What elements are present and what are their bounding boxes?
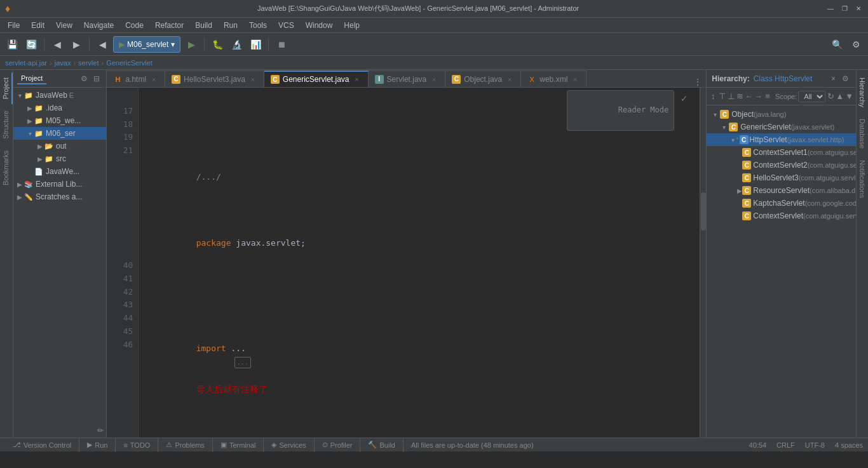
status-tab-vcs[interactable]: ⎇ Version Control bbox=[5, 438, 79, 452]
htree-genericservlet[interactable]: ▾ C GenericServlet (javax.servlet) bbox=[707, 121, 856, 133]
htree-httpservlet[interactable]: ▾ * C HttpServlet (javax.servlet.http) bbox=[707, 133, 856, 146]
tab-close-webxml[interactable]: × bbox=[571, 75, 580, 84]
panel-tab-project[interactable]: Project bbox=[17, 73, 46, 84]
menu-code[interactable]: Code bbox=[120, 20, 149, 31]
tree-item-javaweb[interactable]: ▾ 📁 JavaWeb E bbox=[13, 89, 106, 102]
tab-hello-servlet3[interactable]: C HelloServlet3.java × bbox=[165, 70, 264, 87]
scope-select[interactable]: All bbox=[798, 91, 825, 102]
toolbar-sync[interactable]: 🔄 bbox=[23, 36, 39, 53]
sidebar-vtab-database[interactable]: Database bbox=[857, 114, 868, 154]
tree-item-m05[interactable]: ▶ 📁 M05_we... bbox=[13, 114, 106, 127]
toolbar-run[interactable]: ▶ bbox=[183, 36, 200, 53]
menu-view[interactable]: View bbox=[51, 20, 78, 31]
hier-tool-1[interactable]: ↕ bbox=[709, 90, 717, 104]
hierarchy-gear-button[interactable]: ⚙ bbox=[839, 73, 851, 84]
settings-button[interactable]: ⚙ bbox=[848, 36, 864, 53]
line-separator[interactable]: CRLF bbox=[776, 441, 795, 449]
tree-item-extlib[interactable]: ▶ 📚 External Lib... bbox=[13, 178, 106, 191]
tab-servlet[interactable]: I Servlet.java × bbox=[369, 70, 446, 87]
toolbar-save[interactable]: 💾 bbox=[4, 36, 20, 53]
tree-item-javaweb2[interactable]: ▶ 📄 JavaWe... bbox=[13, 165, 106, 178]
sidebar-vtab-structure[interactable]: Structure bbox=[0, 105, 13, 144]
hier-tool-4[interactable]: ≋ bbox=[736, 90, 743, 104]
minimize-button[interactable]: — bbox=[826, 4, 835, 13]
hier-tool-5[interactable]: ← bbox=[745, 90, 753, 104]
sidebar-vtab-bookmarks[interactable]: Bookmarks bbox=[0, 145, 13, 191]
tree-item-out[interactable]: ▶ 📂 out bbox=[13, 140, 106, 152]
tree-item-scratches[interactable]: ▶ ✏️ Scratches a... bbox=[13, 191, 106, 203]
window-controls[interactable]: — ❐ ✕ bbox=[826, 4, 863, 13]
breadcrumb-servlet[interactable]: servlet bbox=[78, 59, 98, 67]
toolbar-run-config-arrow[interactable]: ◀ bbox=[94, 36, 111, 53]
close-button[interactable]: ✕ bbox=[854, 4, 863, 13]
tree-item-src[interactable]: ▶ 📁 src bbox=[13, 152, 106, 165]
tab-close-servlet[interactable]: × bbox=[430, 75, 438, 84]
status-tab-run[interactable]: ▶ Run bbox=[79, 438, 116, 452]
hier-next-button[interactable]: ▼ bbox=[845, 90, 853, 104]
vertical-scrollbar[interactable] bbox=[700, 88, 706, 438]
menu-navigate[interactable]: Navigate bbox=[79, 20, 119, 31]
status-tab-profiler[interactable]: ⊙ Profiler bbox=[315, 438, 361, 452]
htree-kaptchaservlet[interactable]: ▶ C KaptchaServlet (com.google.code... bbox=[707, 197, 856, 210]
tree-item-m06[interactable]: ▾ 📁 M06_ser bbox=[13, 127, 106, 140]
hier-tool-6[interactable]: → bbox=[754, 90, 763, 104]
edit-scratches-button[interactable]: ✏ bbox=[97, 426, 104, 435]
hier-tool-7[interactable]: ≡ bbox=[764, 90, 771, 104]
sidebar-vtab-hierarchy[interactable]: Hierarchy bbox=[857, 72, 868, 112]
tab-object[interactable]: C Object.java × bbox=[445, 70, 521, 87]
code-area[interactable]: Reader Mode ✓ /.../ package javax.servle… bbox=[139, 88, 700, 438]
cursor-position[interactable]: 40:54 bbox=[749, 441, 767, 449]
hier-prev-button[interactable]: ▲ bbox=[836, 90, 844, 104]
reader-mode-button[interactable]: Reader Mode bbox=[567, 90, 675, 131]
sidebar-vtab-notifications[interactable]: Notifications bbox=[857, 155, 868, 203]
fold-indicator[interactable]: /.../ bbox=[196, 172, 226, 182]
panel-collapse-button[interactable]: ⊟ bbox=[91, 73, 102, 84]
status-tab-terminal[interactable]: ▣ Terminal bbox=[213, 438, 264, 452]
maximize-button[interactable]: ❐ bbox=[840, 4, 849, 13]
menu-tools[interactable]: Tools bbox=[244, 20, 272, 31]
htree-contextservlet[interactable]: ▶ C ContextServlet (com.atguigu.servlet.… bbox=[707, 210, 856, 222]
expand-imports[interactable]: ... bbox=[234, 357, 251, 368]
menu-window[interactable]: Window bbox=[301, 20, 338, 31]
status-tab-todo[interactable]: ≡ TODO bbox=[116, 438, 158, 452]
search-everywhere-button[interactable]: 🔍 bbox=[829, 36, 845, 53]
hier-tool-2[interactable]: ⊤ bbox=[718, 90, 726, 104]
toolbar-coverage[interactable]: 🔬 bbox=[228, 36, 245, 53]
tab-a-html[interactable]: H a.html × bbox=[107, 70, 165, 87]
menu-edit[interactable]: Edit bbox=[26, 20, 50, 31]
htree-resourceservlet[interactable]: ▶ C ResourceServlet (com.alibaba.dru... bbox=[707, 184, 856, 197]
tree-item-idea[interactable]: ▶ 📁 .idea bbox=[13, 102, 106, 114]
tab-web-xml[interactable]: X web.xml × bbox=[521, 70, 587, 87]
tab-close-a-html[interactable]: × bbox=[149, 75, 158, 84]
toolbar-stop[interactable]: ⏹ bbox=[273, 36, 290, 53]
indent[interactable]: 4 spaces bbox=[835, 441, 863, 449]
status-tab-services[interactable]: ◈ Services bbox=[264, 438, 314, 452]
htree-contextservlet1[interactable]: ▶ C ContextServlet1 (com.atguigu.serv... bbox=[707, 146, 856, 159]
htree-object[interactable]: ▾ C Object (java.lang) bbox=[707, 108, 856, 121]
run-configuration-dropdown[interactable]: ▶ M06_servlet ▾ bbox=[113, 36, 180, 53]
menu-help[interactable]: Help bbox=[339, 20, 365, 31]
menu-file[interactable]: File bbox=[3, 20, 25, 31]
tab-generic-servlet[interactable]: C GenericServlet.java × bbox=[264, 70, 369, 87]
tab-overflow-button[interactable]: ⋮ bbox=[689, 77, 706, 87]
htree-helloservlet3[interactable]: ▶ C HelloServlet3 (com.atguigu.servlet..… bbox=[707, 171, 856, 184]
breadcrumb-jar[interactable]: servlet-api.jar bbox=[5, 59, 47, 67]
menu-refactor[interactable]: Refactor bbox=[150, 20, 189, 31]
tab-close-hello[interactable]: × bbox=[248, 75, 257, 84]
toolbar-forward[interactable]: ▶ bbox=[68, 36, 85, 53]
tab-close-object[interactable]: × bbox=[505, 75, 514, 84]
status-tab-build[interactable]: 🔨 Build bbox=[360, 438, 403, 452]
encoding[interactable]: UTF-8 bbox=[805, 441, 825, 449]
menu-vcs[interactable]: VCS bbox=[273, 20, 299, 31]
htree-contextservlet2[interactable]: ▶ C ContextServlet2 (com.atguigu.serv... bbox=[707, 159, 856, 171]
tab-close-generic[interactable]: × bbox=[353, 75, 362, 84]
menu-build[interactable]: Build bbox=[190, 20, 217, 31]
menu-run[interactable]: Run bbox=[219, 20, 243, 31]
toolbar-profile[interactable]: 📊 bbox=[247, 36, 264, 53]
hierarchy-close-button[interactable]: × bbox=[831, 74, 836, 83]
status-tab-problems[interactable]: ⚠ Problems bbox=[158, 438, 212, 452]
breadcrumb-javax[interactable]: javax bbox=[55, 59, 71, 67]
sidebar-vtab-project[interactable]: Project bbox=[0, 72, 13, 104]
toolbar-back[interactable]: ◀ bbox=[49, 36, 65, 53]
scrollbar-thumb[interactable] bbox=[701, 192, 706, 231]
